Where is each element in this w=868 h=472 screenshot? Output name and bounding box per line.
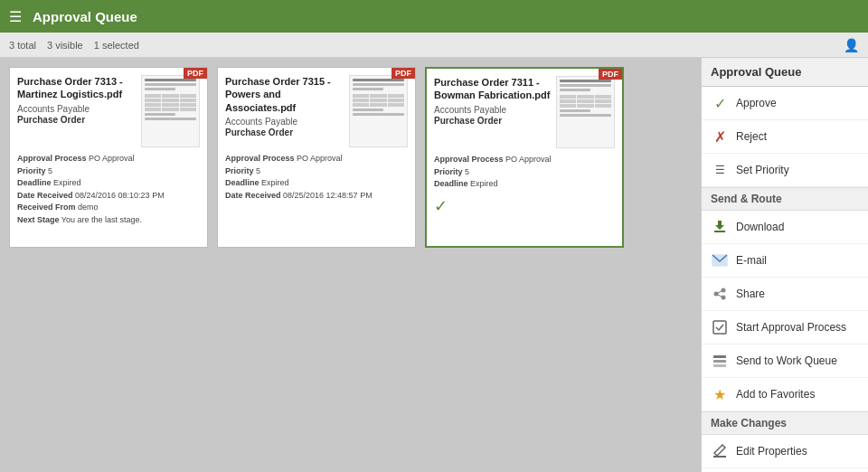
share-label: Share (736, 288, 765, 300)
doc-title-3: Purchase Order 7311 - Bowman Fabrication… (434, 76, 551, 102)
svg-rect-7 (713, 321, 726, 334)
email-icon (711, 251, 729, 269)
doc-type-1: Accounts Payable (17, 104, 136, 114)
doc-title-1: Purchase Order 7313 - Martinez Logistics… (17, 75, 136, 101)
send-route-header: Send & Route (702, 187, 868, 211)
sub-bar-stats: 3 total 3 visible 1 selected (9, 40, 139, 51)
download-action[interactable]: Download (702, 211, 868, 244)
doc-meta-2: Approval Process PO Approval Priority 5 … (225, 153, 408, 202)
doc-meta-3: Approval Process PO Approval Priority 5 … (434, 154, 615, 191)
send-workqueue-label: Send to Work Queue (736, 354, 837, 367)
download-label: Download (736, 221, 784, 233)
user-icon[interactable]: 👤 (844, 38, 859, 52)
send-workqueue-action[interactable]: Send to Work Queue (702, 345, 868, 378)
approve-icon: ✓ (711, 94, 729, 112)
add-favorites-action[interactable]: ★ Add to Favorites (702, 378, 868, 411)
share-icon (711, 285, 729, 303)
doc-thumbnail-2 (349, 75, 408, 147)
document-card-1[interactable]: PDF Purchase Order 7313 - Martinez Logis… (9, 67, 208, 248)
svg-rect-8 (713, 355, 726, 358)
doc-category-1: Purchase Order (17, 115, 136, 125)
doc-meta-1: Approval Process PO Approval Priority 5 … (17, 153, 200, 226)
set-priority-action[interactable]: ☰ Set Priority (702, 154, 868, 187)
sub-bar: 3 total 3 visible 1 selected 👤 (0, 33, 868, 58)
selected-checkmark: ✓ (434, 196, 615, 216)
start-approval-icon (711, 318, 729, 336)
approve-action[interactable]: ✓ Approve (702, 87, 868, 120)
card-header-1: Purchase Order 7313 - Martinez Logistics… (17, 75, 200, 147)
email-label: E-mail (736, 254, 767, 267)
card-info-3: Purchase Order 7311 - Bowman Fabrication… (434, 76, 551, 148)
download-icon (711, 218, 729, 236)
svg-marker-12 (714, 445, 725, 456)
right-panel: Approval Queue ✓ Approve ✗ Reject ☰ Set … (701, 58, 868, 472)
menu-icon[interactable]: ☰ (9, 8, 22, 25)
doc-title-2: Purchase Order 7315 - Powers and Associa… (225, 75, 344, 114)
main-layout: PDF Purchase Order 7313 - Martinez Logis… (0, 58, 868, 472)
document-card-3[interactable]: PDF Purchase Order 7311 - Bowman Fabrica… (425, 67, 624, 248)
edit-properties-label: Edit Properties (736, 445, 807, 458)
svg-rect-9 (713, 360, 726, 363)
reject-action[interactable]: ✗ Reject (702, 120, 868, 154)
card-info-2: Purchase Order 7315 - Powers and Associa… (225, 75, 344, 147)
app-title: Approval Queue (33, 9, 137, 24)
card-info-1: Purchase Order 7313 - Martinez Logistics… (17, 75, 136, 147)
reject-icon: ✗ (711, 127, 729, 146)
share-action[interactable]: Share (702, 278, 868, 311)
edit-properties-action[interactable]: Edit Properties (702, 435, 868, 468)
doc-category-3: Purchase Order (434, 116, 551, 126)
rename-action[interactable]: " " Rename (702, 468, 868, 472)
doc-type-3: Accounts Payable (434, 105, 551, 115)
svg-rect-11 (713, 456, 726, 458)
doc-thumbnail-1 (141, 75, 200, 147)
content-area: PDF Purchase Order 7313 - Martinez Logis… (0, 58, 701, 472)
top-bar: ☰ Approval Queue (0, 0, 868, 33)
send-workqueue-icon (711, 352, 729, 370)
pdf-badge-2: PDF (392, 68, 415, 79)
start-approval-action[interactable]: Start Approval Process (702, 311, 868, 345)
doc-type-2: Accounts Payable (225, 117, 344, 127)
set-priority-icon: ☰ (711, 161, 729, 179)
doc-category-2: Purchase Order (225, 127, 344, 137)
make-changes-header: Make Changes (702, 411, 868, 435)
card-header-2: Purchase Order 7315 - Powers and Associa… (225, 75, 408, 147)
set-priority-label: Set Priority (736, 164, 789, 176)
svg-rect-0 (714, 231, 725, 232)
selected-count: 1 selected (94, 40, 139, 51)
right-panel-title: Approval Queue (702, 58, 868, 87)
pdf-badge-1: PDF (184, 68, 207, 79)
edit-properties-icon (711, 442, 729, 460)
card-header-3: Purchase Order 7311 - Bowman Fabrication… (434, 76, 615, 148)
total-count: 3 total (9, 40, 36, 51)
approve-label: Approve (736, 97, 777, 109)
add-favorites-icon: ★ (711, 385, 729, 403)
visible-count: 3 visible (47, 40, 83, 51)
svg-rect-10 (713, 364, 726, 367)
reject-label: Reject (736, 130, 767, 143)
start-approval-label: Start Approval Process (736, 321, 846, 334)
add-favorites-label: Add to Favorites (736, 388, 815, 401)
document-card-2[interactable]: PDF Purchase Order 7315 - Powers and Ass… (217, 67, 416, 248)
email-action[interactable]: E-mail (702, 244, 868, 278)
pdf-badge-3: PDF (599, 69, 622, 80)
doc-thumbnail-3 (556, 76, 615, 148)
